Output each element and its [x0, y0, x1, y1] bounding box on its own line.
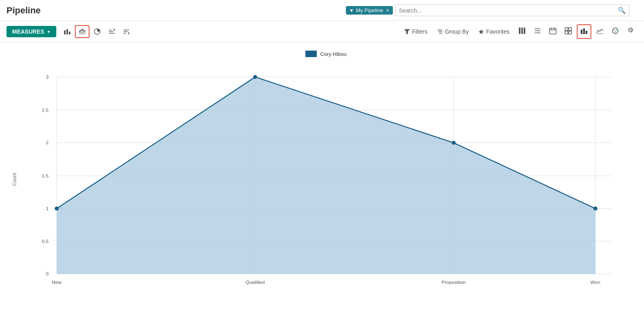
legend-color-swatch [305, 51, 317, 57]
filters-label: Filters [412, 28, 427, 35]
y-tick-3: 3 [46, 74, 49, 80]
svg-rect-32 [586, 31, 587, 34]
filters-button[interactable]: Filters [400, 26, 431, 37]
chart-container: Cory Hibou Count 0 0.5 1 1.5 [0, 43, 644, 311]
pie-chart-icon [94, 28, 101, 35]
data-point-new [55, 207, 59, 211]
chart-svg-wrap: Count 0 0.5 1 1.5 2 2.5 [24, 65, 628, 294]
measures-label: MEASURES [12, 28, 44, 35]
filter-tag-label: My Pipeline [356, 7, 383, 13]
svg-point-38 [615, 32, 616, 33]
svg-rect-28 [565, 31, 568, 34]
svg-rect-16 [519, 28, 520, 34]
palette-view-button[interactable] [608, 25, 622, 38]
area-chart-icon [79, 28, 86, 35]
svg-rect-18 [524, 28, 525, 34]
y-tick-1.5: 1.5 [42, 173, 49, 179]
svg-rect-27 [569, 28, 571, 30]
sort-ascending-icon [108, 28, 115, 35]
app-title: Pipeline [6, 5, 41, 16]
palette-icon [612, 27, 619, 34]
calendar-view-button[interactable] [546, 25, 560, 38]
filter-tag-icon: ▼ [349, 8, 354, 13]
favorites-label: Favorites [486, 28, 510, 35]
bar-chart-view-icon [580, 27, 588, 34]
search-button[interactable]: 🔍 [614, 6, 626, 14]
kanban-icon [518, 27, 526, 34]
pie-chart-button[interactable] [90, 26, 104, 38]
favorites-button[interactable]: Favorites [474, 26, 514, 37]
svg-rect-22 [550, 28, 556, 34]
map-icon [627, 27, 634, 34]
data-point-qualified [253, 75, 257, 79]
kanban-view-button[interactable] [515, 25, 529, 38]
svg-rect-29 [569, 31, 571, 34]
chart-area-fill [57, 77, 595, 274]
y-axis-label: Count [12, 173, 17, 186]
chart-svg: 0 0.5 1 1.5 2 2.5 3 New Qualified Propos… [24, 65, 628, 294]
svg-marker-3 [79, 29, 85, 34]
legend-label: Cory Hibou [320, 51, 346, 57]
filter-tag: ▼ My Pipeline ✕ [346, 6, 393, 15]
x-label-proposition: Proposition [441, 279, 466, 285]
group-by-button[interactable]: Group By [433, 26, 473, 37]
filter-icon [404, 29, 410, 34]
data-point-won [593, 207, 597, 211]
chart-legend: Cory Hibou [24, 51, 628, 57]
grid-view-button[interactable] [561, 25, 575, 38]
svg-marker-11 [404, 29, 410, 34]
svg-marker-15 [479, 29, 484, 34]
sort-descending-button[interactable] [119, 26, 133, 38]
star-icon [478, 29, 484, 34]
y-tick-0.5: 0.5 [42, 239, 49, 244]
y-tick-2.5: 2.5 [42, 107, 49, 113]
bar-chart-icon [64, 28, 71, 35]
bar-chart-view-button[interactable] [577, 24, 591, 39]
top-bar: Pipeline ▼ My Pipeline ✕ 🔍 [0, 0, 644, 21]
grid-icon [565, 27, 572, 34]
search-area: ▼ My Pipeline ✕ 🔍 [346, 4, 629, 16]
line-chart-view-button[interactable] [593, 25, 607, 38]
sort-descending-icon [123, 28, 130, 35]
toolbar: MEASURES ▼ [0, 21, 644, 43]
svg-rect-30 [581, 30, 582, 34]
measures-button[interactable]: MEASURES ▼ [6, 26, 56, 37]
data-point-proposition [452, 141, 456, 145]
line-chart-view-icon [596, 27, 603, 34]
calendar-icon [549, 27, 557, 34]
group-by-icon [437, 29, 443, 34]
y-tick-0: 0 [46, 271, 49, 277]
right-toolbar: Filters Group By Favorites [400, 24, 638, 39]
filter-tag-close[interactable]: ✕ [386, 8, 390, 13]
svg-point-37 [616, 30, 617, 31]
svg-rect-17 [521, 28, 523, 34]
list-view-button[interactable] [531, 25, 544, 38]
svg-rect-26 [565, 28, 568, 30]
svg-rect-31 [583, 28, 585, 34]
svg-rect-2 [69, 32, 70, 34]
x-label-new: New [52, 279, 62, 285]
area-chart-button[interactable] [75, 25, 90, 38]
search-input-wrap: 🔍 [395, 4, 629, 16]
svg-point-35 [612, 28, 618, 34]
list-icon [534, 27, 541, 34]
x-label-won: Won [591, 279, 600, 285]
svg-point-36 [614, 30, 615, 31]
y-tick-2: 2 [46, 140, 49, 146]
measures-caret-icon: ▼ [47, 30, 51, 34]
group-by-label: Group By [445, 28, 469, 35]
x-label-qualified: Qualified [245, 279, 264, 285]
y-tick-1: 1 [46, 206, 49, 211]
sort-ascending-button[interactable] [105, 26, 119, 38]
svg-rect-0 [64, 30, 66, 34]
bar-chart-button[interactable] [60, 26, 74, 38]
svg-rect-1 [66, 29, 68, 34]
map-view-button[interactable] [624, 25, 638, 38]
search-input[interactable] [399, 7, 614, 14]
